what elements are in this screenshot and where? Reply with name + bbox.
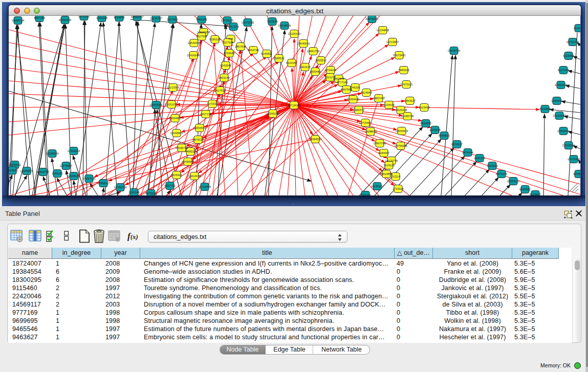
svg-text:10161071: 10161071 (165, 103, 178, 106)
svg-text:8123407: 8123407 (530, 193, 541, 195)
svg-text:10653267: 10653267 (131, 16, 144, 18)
svg-text:8475521: 8475521 (145, 192, 157, 195)
svg-text:20053346: 20053346 (150, 103, 163, 106)
svg-text:15716485: 15716485 (199, 185, 211, 188)
svg-text:20364436: 20364436 (347, 98, 360, 101)
svg-text:12975115: 12975115 (400, 83, 412, 86)
svg-text:10688609: 10688609 (364, 130, 377, 133)
svg-text:16154808: 16154808 (377, 29, 389, 32)
svg-text:1362615: 1362615 (299, 65, 311, 69)
svg-text:546: 546 (228, 37, 233, 40)
svg-text:3267130: 3267130 (200, 113, 211, 116)
svg-text:15751074: 15751074 (567, 40, 579, 43)
svg-text:10654112: 10654112 (507, 180, 519, 183)
svg-text:9124556: 9124556 (114, 16, 125, 19)
svg-text:9327506: 9327506 (196, 35, 207, 38)
svg-text:16648784: 16648784 (448, 49, 461, 52)
svg-text:2451378: 2451378 (333, 77, 344, 80)
svg-text:12093372: 12093372 (555, 83, 568, 86)
svg-text:1527602: 1527602 (167, 18, 178, 21)
svg-text:9329966: 9329966 (563, 54, 574, 57)
svg-text:15409948: 15409948 (182, 160, 194, 163)
svg-text:9474444: 9474444 (462, 151, 473, 154)
svg-text:9457791: 9457791 (164, 184, 176, 187)
svg-text:12975887: 12975887 (60, 164, 73, 167)
svg-text:8220357: 8220357 (286, 61, 297, 64)
svg-text:2935114: 2935114 (474, 157, 485, 160)
svg-text:9777169: 9777169 (337, 81, 348, 84)
svg-text:9245013: 9245013 (573, 172, 580, 176)
svg-text:22420046: 22420046 (187, 54, 200, 57)
svg-text:16671355: 16671355 (242, 21, 254, 24)
svg-text:1990443: 1990443 (310, 70, 321, 73)
svg-text:1615112: 1615112 (383, 164, 394, 167)
svg-text:1031245: 1031245 (96, 16, 107, 19)
svg-text:13654923: 13654923 (396, 129, 408, 133)
svg-text:9115460: 9115460 (419, 106, 429, 109)
svg-text:19384554: 19384554 (309, 138, 322, 141)
svg-text:12495758: 12495758 (401, 115, 414, 118)
svg-text:18907299: 18907299 (374, 142, 386, 145)
svg-text:6679197: 6679197 (451, 143, 463, 146)
svg-text:12213967: 12213967 (386, 40, 399, 43)
svg-text:13226058: 13226058 (198, 31, 210, 34)
svg-text:12942757: 12942757 (37, 170, 50, 173)
svg-text:20206526: 20206526 (46, 152, 59, 155)
svg-text:9146821: 9146821 (261, 52, 272, 55)
svg-text:1624554: 1624554 (361, 91, 372, 94)
svg-text:19756928: 19756928 (395, 144, 407, 147)
svg-text:11234757: 11234757 (150, 17, 162, 20)
svg-text:16435011: 16435011 (9, 163, 21, 166)
svg-text:9327508: 9327508 (222, 41, 233, 44)
svg-text:9567299: 9567299 (34, 16, 45, 19)
svg-text:10543382: 10543382 (188, 41, 201, 45)
svg-text:8454749: 8454749 (248, 49, 259, 52)
svg-text:4498222: 4498222 (185, 150, 196, 153)
svg-text:7485003: 7485003 (398, 69, 409, 72)
svg-text:7632621: 7632621 (487, 164, 498, 167)
svg-text:1170035: 1170035 (207, 102, 217, 105)
svg-text:7515546: 7515546 (267, 20, 278, 23)
svg-text:9463627: 9463627 (404, 99, 416, 102)
svg-text:9242845: 9242845 (220, 64, 231, 67)
svg-text:14055724: 14055724 (12, 19, 25, 22)
svg-text:7625402: 7625402 (171, 173, 182, 177)
svg-text:7955812: 7955812 (315, 59, 326, 62)
svg-text:1292346: 1292346 (128, 191, 140, 194)
svg-text:15720407: 15720407 (359, 121, 372, 124)
svg-text:9245652: 9245652 (519, 188, 531, 191)
svg-text:14136141: 14136141 (371, 185, 384, 188)
svg-text:16210643: 16210643 (553, 114, 566, 117)
svg-text:19654985: 19654985 (169, 117, 182, 120)
svg-text:3215958: 3215958 (539, 107, 551, 111)
svg-text:13692911: 13692911 (557, 129, 570, 133)
svg-text:12156829: 12156829 (20, 169, 33, 172)
svg-text:8186328: 8186328 (209, 38, 221, 41)
svg-text:12213369: 12213369 (167, 86, 180, 89)
svg-text:11325419: 11325419 (288, 32, 300, 35)
svg-text:10719155: 10719155 (221, 19, 234, 22)
svg-text:9227343: 9227343 (558, 69, 569, 72)
svg-text:10958117: 10958117 (97, 182, 110, 185)
svg-text:9184067: 9184067 (378, 151, 389, 155)
svg-text:1733426: 1733426 (393, 187, 404, 190)
svg-text:8471675: 8471675 (496, 172, 507, 176)
svg-text:6216049: 6216049 (383, 103, 395, 106)
svg-text:2867608: 2867608 (235, 45, 246, 48)
svg-text:1440995: 1440995 (429, 128, 441, 132)
svg-text:1112453: 1112453 (574, 27, 580, 30)
svg-text:16046785: 16046785 (176, 146, 188, 149)
svg-text:7357224: 7357224 (228, 25, 239, 28)
svg-text:14353594: 14353594 (193, 126, 206, 129)
svg-text:12359924: 12359924 (68, 149, 80, 152)
svg-text:12505135: 12505135 (68, 174, 80, 178)
svg-text:14120746: 14120746 (385, 159, 398, 162)
svg-text:7632110: 7632110 (360, 193, 371, 195)
svg-text:13640910: 13640910 (297, 42, 310, 45)
svg-text:1244419: 1244419 (551, 99, 562, 102)
svg-text:19166825: 19166825 (170, 132, 183, 135)
svg-text:10025438: 10025438 (395, 108, 407, 112)
svg-text:6466160: 6466160 (196, 18, 207, 21)
svg-text:8427552: 8427552 (214, 89, 226, 92)
svg-text:8878317: 8878317 (192, 138, 204, 141)
